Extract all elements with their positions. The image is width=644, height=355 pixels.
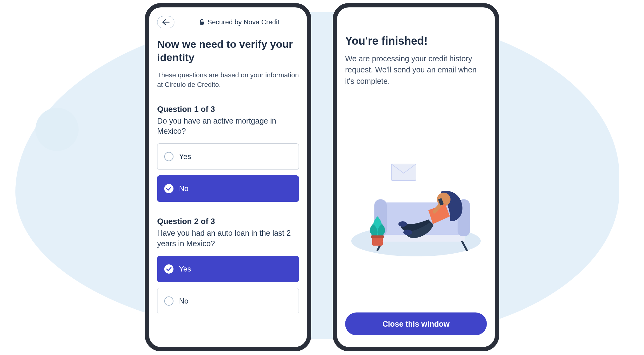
- svg-point-12: [403, 230, 412, 235]
- option-yes[interactable]: Yes: [157, 143, 299, 170]
- person-on-couch-illustration: [348, 152, 484, 256]
- question-text: Do you have an active mortgage in Mexico…: [157, 116, 299, 137]
- radio-unchecked-icon: [164, 152, 173, 161]
- screen-verify: Secured by Nova Credit Now we need to ve…: [149, 7, 307, 347]
- radio-checked-icon: [164, 184, 173, 193]
- question-block-1: Question 1 of 3 Do you have an active mo…: [157, 104, 299, 208]
- lock-icon: [199, 19, 204, 25]
- finished-illustration: [345, 96, 487, 312]
- svg-rect-8: [371, 235, 384, 238]
- phone-finished: You're finished! We are processing your …: [333, 3, 499, 351]
- svg-rect-0: [200, 22, 204, 25]
- option-no[interactable]: No: [157, 288, 299, 314]
- screen-finished: You're finished! We are processing your …: [337, 7, 495, 347]
- question-block-2: Question 2 of 3 Have you had an auto loa…: [157, 217, 299, 320]
- question-label: Question 1 of 3: [157, 104, 299, 114]
- header-row: Secured by Nova Credit: [157, 16, 299, 28]
- close-button-label: Close this window: [382, 320, 450, 328]
- option-label: Yes: [179, 152, 191, 161]
- radio-unchecked-icon: [164, 296, 173, 306]
- page-subtitle: These questions are based on your inform…: [157, 71, 299, 90]
- option-label: Yes: [179, 265, 191, 273]
- finished-subtitle: We are processing your credit history re…: [345, 53, 487, 87]
- phone-verify-identity: Secured by Nova Credit Now we need to ve…: [145, 3, 311, 351]
- arrow-left-icon: [162, 19, 170, 25]
- option-label: No: [179, 297, 189, 305]
- finished-title: You're finished!: [345, 35, 487, 47]
- radio-checked-icon: [164, 264, 173, 274]
- secured-label: Secured by Nova Credit: [180, 18, 299, 26]
- question-text: Have you had an auto loan in the last 2 …: [157, 228, 299, 249]
- option-no[interactable]: No: [157, 175, 299, 202]
- page-title: Now we need to verify your identity: [157, 38, 299, 64]
- close-window-button[interactable]: Close this window: [345, 312, 487, 335]
- phone-mockups: Secured by Nova Credit Now we need to ve…: [0, 0, 644, 355]
- option-label: No: [179, 184, 189, 193]
- secured-text: Secured by Nova Credit: [207, 18, 279, 26]
- back-button[interactable]: [157, 16, 174, 28]
- option-yes[interactable]: Yes: [157, 256, 299, 282]
- question-label: Question 2 of 3: [157, 217, 299, 226]
- svg-point-11: [398, 221, 407, 227]
